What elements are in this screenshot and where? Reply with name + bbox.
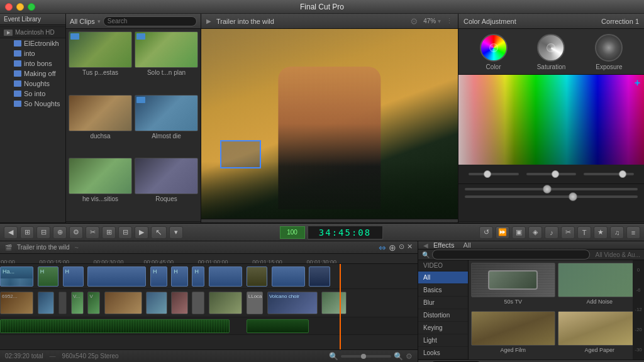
thumb-clip[interactable]: [104, 292, 142, 314]
audio2-btn[interactable]: ♫: [610, 226, 624, 239]
effect-item-50s-tv[interactable]: 50s TV: [471, 263, 555, 309]
sat-slider-track[interactable]: [465, 195, 638, 198]
track-clip[interactable]: H: [63, 266, 84, 287]
zoom-out-icon[interactable]: 🔍: [329, 352, 338, 361]
track-clip[interactable]: [247, 266, 267, 287]
sidebar-item-electronikh[interactable]: ElEctronikh: [0, 38, 65, 48]
timeline-back-btn[interactable]: ◀: [4, 226, 18, 239]
track-clip[interactable]: [272, 266, 305, 287]
back-arrow-icon[interactable]: ◀: [423, 242, 428, 249]
sat-slider-thumb[interactable]: [569, 192, 577, 201]
tool-btn-6[interactable]: ⊞: [102, 226, 116, 239]
effects-btn[interactable]: ★: [594, 226, 608, 239]
snap-btn[interactable]: ◈: [528, 226, 542, 239]
effects-cat-basics[interactable]: Basics: [418, 284, 468, 297]
zoom-slider[interactable]: [341, 355, 391, 358]
effects-cat-keying[interactable]: Keying: [418, 322, 468, 334]
effects-cat-distortion[interactable]: Distortion: [418, 309, 468, 322]
settings-icon[interactable]: ⚙: [406, 352, 413, 361]
sidebar-item-into-bons[interactable]: into bons: [0, 58, 65, 69]
effect-item-add-noise[interactable]: Add Noise: [558, 263, 642, 309]
tool-btn-1[interactable]: ⊞: [20, 226, 34, 239]
tool-btn-9[interactable]: ▾: [169, 226, 183, 239]
tool-btn-7[interactable]: ⊟: [118, 226, 132, 239]
sidebar-item-into[interactable]: into: [0, 48, 65, 58]
track-clip[interactable]: H: [150, 266, 167, 287]
thumb-clip[interactable]: [171, 292, 188, 314]
more-btn[interactable]: ≡: [626, 226, 640, 239]
thumb-clip[interactable]: [146, 292, 167, 314]
slider-track-2[interactable]: [526, 173, 577, 175]
audio-btn[interactable]: ♪: [545, 226, 558, 239]
track-clip[interactable]: H: [38, 266, 58, 287]
audio-clip-2[interactable]: [247, 319, 309, 333]
effects-tab-all[interactable]: All: [463, 241, 470, 249]
browser-search-input[interactable]: [103, 16, 197, 26]
track-clip[interactable]: [309, 266, 330, 287]
effect-item-aged-paper[interactable]: Aged Paper: [558, 311, 642, 357]
thumb-clip[interactable]: LLoca: [247, 292, 264, 314]
color-gradient-area[interactable]: +: [458, 75, 644, 184]
track-clip[interactable]: [209, 266, 242, 287]
sidebar-item-noughts[interactable]: Noughts: [0, 79, 65, 89]
track-clip[interactable]: [87, 266, 146, 287]
sidebar-item-making-off[interactable]: Making off: [0, 69, 65, 79]
slider-thumb-3[interactable]: [619, 170, 626, 178]
text-btn[interactable]: T: [577, 226, 591, 239]
thumb-clip[interactable]: V...: [71, 292, 84, 314]
tool-btn-3[interactable]: ⊕: [53, 226, 67, 239]
track-clip[interactable]: Ha...: [0, 266, 33, 287]
speed-btn[interactable]: ⏩: [496, 226, 509, 239]
thumb-clip[interactable]: Volcano choir: [267, 292, 318, 314]
tool-btn-2[interactable]: ⊟: [36, 226, 50, 239]
thumb-clip[interactable]: [321, 292, 347, 314]
cut-btn[interactable]: ✂: [561, 226, 575, 239]
maximize-button[interactable]: [28, 3, 35, 11]
exposure-tool[interactable]: Exposure: [595, 34, 623, 70]
effect-item-aged-film[interactable]: Aged Film: [471, 311, 555, 357]
timeline-resolution: 960x540 25p Stereo: [62, 353, 119, 359]
slider-thumb-1[interactable]: [484, 170, 491, 178]
tool-btn-4[interactable]: ⚙: [69, 226, 83, 239]
slider-track-3[interactable]: [584, 173, 634, 175]
thumb-clip[interactable]: 6952...: [0, 292, 33, 314]
clip-item[interactable]: Roques: [135, 158, 198, 219]
thumb-clip[interactable]: [192, 292, 204, 314]
audio-clip[interactable]: [0, 319, 230, 333]
clip-item[interactable]: Almost die: [135, 95, 198, 156]
track-clip[interactable]: H: [192, 266, 204, 287]
thumb-clip[interactable]: [58, 292, 67, 314]
tool-btn-5[interactable]: ✂: [86, 226, 99, 239]
hue-slider-track[interactable]: [465, 188, 638, 190]
zoom-in-icon[interactable]: 🔍: [394, 352, 403, 361]
thumb-clip[interactable]: [209, 292, 242, 314]
gradient-add-button[interactable]: +: [635, 77, 640, 89]
effects-search-input[interactable]: [432, 250, 590, 260]
minimize-button[interactable]: [16, 3, 24, 11]
clip-item[interactable]: Solo t...n plan: [135, 31, 198, 92]
video-btn[interactable]: ▣: [512, 226, 526, 239]
slider-track-1[interactable]: [469, 173, 519, 175]
track-clip[interactable]: H: [171, 266, 188, 287]
zoom-thumb[interactable]: [361, 354, 366, 359]
thumb-clip[interactable]: [38, 292, 55, 314]
clip-item[interactable]: duchsa: [69, 95, 132, 156]
effects-cat-all[interactable]: All: [418, 272, 468, 284]
tool-btn-8[interactable]: ▶: [135, 226, 148, 239]
retiming-btn[interactable]: ↺: [479, 226, 493, 239]
hue-slider-thumb[interactable]: [543, 185, 552, 194]
effects-cat-light[interactable]: Light: [418, 334, 468, 347]
slider-thumb-2[interactable]: [552, 170, 559, 178]
close-timeline-icon[interactable]: ✕: [407, 243, 413, 253]
sidebar-item-so-noughts[interactable]: So Noughts: [0, 99, 65, 109]
effects-cat-looks[interactable]: Looks: [418, 347, 468, 359]
color-wheel-tool[interactable]: Color: [480, 34, 508, 70]
close-button[interactable]: [5, 3, 13, 11]
sidebar-item-so-into[interactable]: So into: [0, 89, 65, 99]
clip-item[interactable]: Tus p...estas: [69, 31, 132, 92]
saturation-tool[interactable]: Saturation: [537, 34, 566, 70]
thumb-clip[interactable]: V: [87, 292, 100, 314]
clip-item[interactable]: he vis...sitios: [69, 158, 132, 219]
effects-cat-blur[interactable]: Blur: [418, 297, 468, 309]
select-tool[interactable]: ↖: [151, 226, 167, 239]
